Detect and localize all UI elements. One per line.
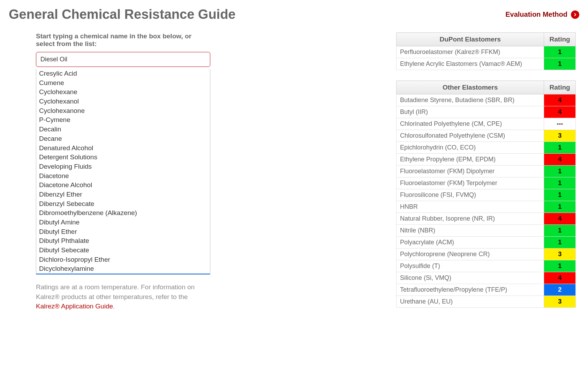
list-item[interactable]: Cyclohexanol	[36, 97, 210, 106]
list-item[interactable]: Cresylic Acid	[36, 69, 210, 78]
application-guide-link[interactable]: Kalrez® Application Guide	[36, 303, 113, 310]
elastomer-name: Polyacrylate (ACM)	[397, 237, 544, 248]
rating-cell: 1	[544, 177, 576, 189]
list-item[interactable]: Diacetone Alcohol	[36, 181, 210, 190]
table-row: Silicone (Si, VMQ)4	[397, 272, 576, 284]
elastomer-name: Polysulfide (T)	[397, 260, 544, 272]
rating-cell: 1	[544, 142, 576, 154]
table-row: Natural Rubber, Isoprene (NR, IR)4	[397, 213, 576, 225]
table-row: Ethylene Acrylic Elastomers (Vamac® AEM)…	[397, 58, 576, 70]
left-column: Start typing a chemical name in the box …	[36, 32, 210, 311]
elastomer-name: Natural Rubber, Isoprene (NR, IR)	[397, 213, 544, 225]
content: Start typing a chemical name in the box …	[9, 32, 579, 318]
instruction-label: Start typing a chemical name in the box …	[36, 32, 210, 48]
chemical-list[interactable]: Cresylic AcidCumeneCyclohexaneCyclohexan…	[36, 69, 210, 275]
other-elastomers-table: Other Elastomers Rating Butadiene Styren…	[396, 81, 576, 308]
footnote: Ratings are at a room temperature. For i…	[36, 282, 210, 311]
dupont-elastomers-table: DuPont Elastomers Rating Perfluoroelasto…	[396, 32, 576, 70]
list-item[interactable]: Dicyclohexylamine	[36, 264, 210, 274]
table-row: Ethylene Propylene (EPM, EPDM)4	[397, 154, 576, 166]
list-item[interactable]: P-Cymene	[36, 115, 210, 125]
list-item[interactable]: Detergent Solutions	[36, 153, 210, 162]
footnote-suffix: .	[113, 303, 115, 310]
list-item[interactable]: Dibutyl Ether	[36, 227, 210, 237]
table-row: Polysulfide (T)1	[397, 260, 576, 272]
list-item[interactable]: Diesel Oil	[36, 274, 210, 275]
table-row: Perfluoroelastomer (Kalrez® FFKM)1	[397, 46, 576, 58]
list-item[interactable]: Decane	[36, 134, 210, 144]
list-item[interactable]: Dibutyl Sebecate	[36, 246, 210, 255]
table-header-name: Other Elastomers	[397, 81, 544, 94]
rating-cell: 1	[544, 225, 576, 237]
table-row: Fluorosilicone (FSI, FVMQ)1	[397, 189, 576, 201]
table-row: Tetrafluoroethylene/Propylene (TFE/P)2	[397, 284, 576, 296]
elastomer-name: Urethane (AU, EU)	[397, 296, 544, 308]
list-item[interactable]: Dibutyl Phthalate	[36, 236, 210, 246]
rating-cell: 4	[544, 94, 576, 106]
rating-cell: 2	[544, 284, 576, 296]
rating-cell: 3	[544, 248, 576, 260]
table-row: Nitrile (NBR)1	[397, 225, 576, 237]
list-item[interactable]: Diacetone	[36, 171, 210, 181]
table-header-rating: Rating	[544, 33, 576, 46]
elastomer-name: Butyl (IIR)	[397, 106, 544, 118]
footnote-text: Ratings are at a room temperature. For i…	[36, 283, 195, 300]
elastomer-name: Polychloroprene (Neoprene CR)	[397, 248, 544, 260]
elastomer-name: Butadiene Styrene, Butadiene (SBR, BR)	[397, 94, 544, 106]
list-item[interactable]: Dichloro-Isopropyl Ether	[36, 255, 210, 265]
list-item[interactable]: Dibutyl Amine	[36, 218, 210, 227]
list-item[interactable]: Cumene	[36, 78, 210, 88]
page-title: General Chemical Resistance Guide	[9, 7, 236, 22]
rating-cell: 4	[544, 272, 576, 284]
rating-cell: 1	[544, 46, 576, 58]
elastomer-name: Ethylene Propylene (EPM, EPDM)	[397, 154, 544, 166]
elastomer-name: Tetrafluoroethylene/Propylene (TFE/P)	[397, 284, 544, 296]
rating-cell: 4	[544, 154, 576, 166]
header: General Chemical Resistance Guide Evalua…	[9, 7, 579, 22]
chemical-search-input[interactable]	[36, 52, 210, 67]
elastomer-name: Perfluoroelastomer (Kalrez® FFKM)	[397, 46, 544, 58]
table-row: Butadiene Styrene, Butadiene (SBR, BR)4	[397, 94, 576, 106]
elastomer-name: HNBR	[397, 201, 544, 213]
list-item[interactable]: Denatured Alcohol	[36, 144, 210, 153]
list-item[interactable]: Dibenzyl Sebecate	[36, 199, 210, 209]
table-row: Polyacrylate (ACM)1	[397, 237, 576, 248]
rating-cell: 3	[544, 130, 576, 142]
table-row: Chlorinated Polyethylene (CM, CPE)---	[397, 118, 576, 130]
evaluation-method-label: Evaluation Method	[505, 10, 567, 18]
rating-cell: 1	[544, 166, 576, 177]
elastomer-name: Fluoroelastomer (FKM) Terpolymer	[397, 177, 544, 189]
rating-cell: 1	[544, 189, 576, 201]
list-item[interactable]: Dibenzyl Ether	[36, 190, 210, 199]
table-row: Fluoroelastomer (FKM) Dipolymer1	[397, 166, 576, 177]
table-row: HNBR1	[397, 201, 576, 213]
list-item[interactable]: Dibromoethylbenzene (Alkazene)	[36, 208, 210, 218]
list-item[interactable]: Cyclohexanone	[36, 106, 210, 116]
table-row: Epichlorohydrin (CO, ECO)1	[397, 142, 576, 154]
right-column: DuPont Elastomers Rating Perfluoroelasto…	[396, 32, 576, 318]
evaluation-method-link[interactable]: Evaluation Method	[505, 10, 579, 19]
elastomer-name: Silicone (Si, VMQ)	[397, 272, 544, 284]
rating-cell: 3	[544, 296, 576, 308]
elastomer-name: Chlorinated Polyethylene (CM, CPE)	[397, 118, 544, 130]
table-row: Fluoroelastomer (FKM) Terpolymer1	[397, 177, 576, 189]
rating-cell: 4	[544, 213, 576, 225]
table-row: Butyl (IIR)4	[397, 106, 576, 118]
list-item[interactable]: Decalin	[36, 125, 210, 134]
table-row: Urethane (AU, EU)3	[397, 296, 576, 308]
list-item[interactable]: Developing Fluids	[36, 162, 210, 171]
elastomer-name: Fluoroelastomer (FKM) Dipolymer	[397, 166, 544, 177]
elastomer-name: Ethylene Acrylic Elastomers (Vamac® AEM)	[397, 58, 544, 70]
rating-cell: 1	[544, 58, 576, 70]
elastomer-name: Epichlorohydrin (CO, ECO)	[397, 142, 544, 154]
rating-cell: 4	[544, 106, 576, 118]
elastomer-name: Chlorosulfonated Polyethylene (CSM)	[397, 130, 544, 142]
table-row: Chlorosulfonated Polyethylene (CSM)3	[397, 130, 576, 142]
table-row: Polychloroprene (Neoprene CR)3	[397, 248, 576, 260]
rating-cell: ---	[544, 118, 576, 130]
table-header-name: DuPont Elastomers	[397, 33, 544, 46]
elastomer-name: Fluorosilicone (FSI, FVMQ)	[397, 189, 544, 201]
rating-cell: 1	[544, 201, 576, 213]
list-item[interactable]: Cyclohexane	[36, 87, 210, 97]
table-header-rating: Rating	[544, 81, 576, 94]
